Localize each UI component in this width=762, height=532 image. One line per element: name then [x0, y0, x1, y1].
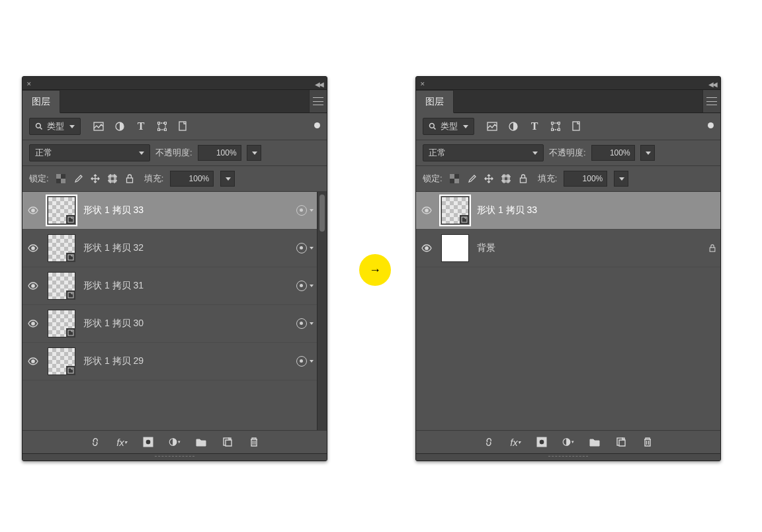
layer-name[interactable]: 形状 1 拷贝 30: [83, 318, 280, 330]
filter-toggle-switch[interactable]: [314, 122, 320, 128]
lock-paint-icon[interactable]: [466, 173, 477, 184]
adjustment-layer-icon[interactable]: ▾: [169, 436, 181, 448]
advanced-blend-icon[interactable]: [296, 281, 307, 291]
panel-menu-button[interactable]: [309, 90, 327, 112]
opacity-label[interactable]: 不透明度:: [549, 147, 586, 159]
chevron-down-icon[interactable]: [310, 360, 314, 363]
visibility-toggle[interactable]: [28, 206, 40, 214]
adjustment-layer-icon[interactable]: ▾: [562, 436, 574, 448]
opacity-value-field[interactable]: 100%: [591, 145, 635, 161]
layer-thumbnail[interactable]: [441, 197, 469, 224]
visibility-toggle[interactable]: [28, 320, 40, 328]
mask-icon[interactable]: [142, 436, 154, 448]
chevron-down-icon[interactable]: [310, 322, 314, 325]
layer-row[interactable]: 形状 1 拷贝 33: [22, 192, 318, 230]
advanced-blend-icon[interactable]: [296, 356, 307, 367]
filter-adjust-icon[interactable]: [114, 120, 126, 132]
visibility-toggle[interactable]: [28, 244, 40, 252]
layer-thumbnail[interactable]: [48, 310, 75, 337]
new-layer-icon[interactable]: [615, 436, 627, 448]
layer-row[interactable]: 形状 1 拷贝 31: [22, 267, 318, 305]
link-layers-icon[interactable]: [483, 436, 495, 448]
chevron-down-icon[interactable]: [310, 209, 314, 212]
layer-thumbnail[interactable]: [441, 234, 469, 262]
filter-smart-icon[interactable]: [571, 120, 583, 132]
layer-name[interactable]: 背景: [477, 242, 683, 254]
filter-smart-icon[interactable]: [177, 120, 189, 132]
resize-handle[interactable]: [416, 453, 720, 461]
lock-icon[interactable]: [708, 244, 716, 252]
fill-label[interactable]: 填充:: [144, 173, 164, 185]
fill-dropdown[interactable]: [220, 171, 235, 187]
layer-name[interactable]: 形状 1 拷贝 33: [83, 204, 280, 216]
layer-row[interactable]: 形状 1 拷贝 30: [22, 305, 318, 343]
lock-transparent-icon[interactable]: [449, 173, 460, 184]
visibility-toggle[interactable]: [421, 206, 433, 214]
delete-layer-icon[interactable]: [248, 436, 260, 448]
lock-paint-icon[interactable]: [73, 173, 83, 184]
lock-all-icon[interactable]: [518, 173, 529, 184]
filter-pixel-icon[interactable]: [93, 120, 105, 132]
layer-row[interactable]: 形状 1 拷贝 33: [416, 192, 720, 230]
layer-name[interactable]: 形状 1 拷贝 32: [83, 242, 280, 254]
lock-transparent-icon[interactable]: [56, 173, 66, 184]
resize-handle[interactable]: [22, 453, 327, 461]
advanced-blend-icon[interactable]: [296, 205, 307, 216]
advanced-blend-icon[interactable]: [296, 318, 307, 329]
filter-toggle-switch[interactable]: [708, 122, 714, 128]
mask-icon[interactable]: [536, 436, 548, 448]
layer-row[interactable]: 形状 1 拷贝 32: [22, 230, 318, 267]
layer-name[interactable]: 形状 1 拷贝 31: [83, 280, 280, 292]
link-layers-icon[interactable]: [89, 436, 101, 448]
filter-adjust-icon[interactable]: [507, 120, 519, 132]
group-icon[interactable]: [195, 436, 207, 448]
layer-thumbnail[interactable]: [48, 272, 75, 300]
collapse-icon[interactable]: ◀◀: [315, 81, 323, 88]
fill-value-field[interactable]: 100%: [170, 171, 214, 187]
layer-name[interactable]: 形状 1 拷贝 33: [477, 204, 683, 216]
blend-mode-combo[interactable]: 正常: [423, 144, 544, 161]
tab-layers[interactable]: 图层: [22, 90, 60, 113]
fx-icon[interactable]: fx▾: [116, 436, 128, 448]
advanced-blend-icon[interactable]: [296, 243, 307, 253]
collapse-icon[interactable]: ◀◀: [708, 81, 716, 88]
layer-row[interactable]: 背景: [416, 230, 720, 267]
visibility-toggle[interactable]: [421, 244, 433, 252]
close-icon[interactable]: ✕: [26, 81, 32, 87]
visibility-toggle[interactable]: [28, 357, 40, 365]
fill-value-field[interactable]: 100%: [564, 171, 607, 187]
lock-position-icon[interactable]: [90, 173, 101, 184]
filter-type-combo[interactable]: 类型: [29, 118, 81, 135]
filter-shape-icon[interactable]: [156, 120, 168, 132]
layer-thumbnail[interactable]: [48, 347, 75, 375]
chevron-down-icon[interactable]: [310, 247, 314, 249]
scroll-thumb[interactable]: [319, 195, 325, 232]
blend-mode-combo[interactable]: 正常: [29, 144, 150, 161]
opacity-dropdown[interactable]: [247, 145, 261, 161]
layer-thumbnail[interactable]: [48, 234, 75, 262]
layer-name[interactable]: 形状 1 拷贝 29: [83, 355, 280, 367]
opacity-value-field[interactable]: 100%: [198, 145, 241, 161]
opacity-dropdown[interactable]: [640, 145, 655, 161]
lock-position-icon[interactable]: [484, 173, 494, 184]
filter-type-combo[interactable]: 类型: [423, 118, 474, 135]
fill-dropdown[interactable]: [614, 171, 628, 187]
lock-all-icon[interactable]: [124, 173, 135, 184]
new-layer-icon[interactable]: [222, 436, 233, 448]
panel-menu-button[interactable]: [702, 90, 720, 112]
group-icon[interactable]: [589, 436, 601, 448]
scrollbar[interactable]: [317, 192, 327, 430]
lock-artboard-icon[interactable]: [107, 173, 118, 184]
filter-text-icon[interactable]: T: [135, 120, 147, 132]
close-icon[interactable]: ✕: [420, 81, 425, 87]
visibility-toggle[interactable]: [28, 282, 40, 290]
filter-text-icon[interactable]: T: [529, 120, 540, 132]
opacity-label[interactable]: 不透明度:: [155, 147, 192, 159]
lock-artboard-icon[interactable]: [501, 173, 511, 184]
layer-row[interactable]: 形状 1 拷贝 29: [22, 343, 318, 380]
chevron-down-icon[interactable]: [310, 285, 314, 287]
filter-pixel-icon[interactable]: [486, 120, 498, 132]
filter-shape-icon[interactable]: [550, 120, 562, 132]
fill-label[interactable]: 填充:: [538, 173, 558, 185]
delete-layer-icon[interactable]: [642, 436, 654, 448]
